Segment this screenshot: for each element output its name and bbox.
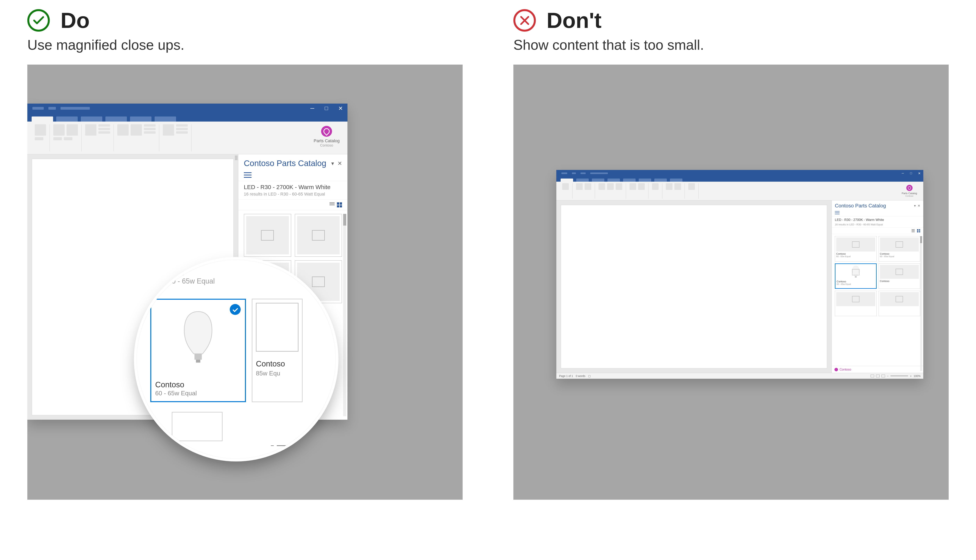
titlebar: ─ □ ✕	[556, 170, 923, 177]
zoom-out-icon[interactable]: −	[270, 442, 274, 449]
pane-title: Contoso Parts Catalog	[244, 158, 326, 168]
dont-subtitle: Show content that is too small.	[513, 37, 949, 53]
svg-rect-0	[194, 354, 202, 360]
do-example-stage: ─ □ ✕ Parts Ca	[27, 65, 463, 500]
ribbon-tab[interactable]	[576, 178, 589, 182]
catalog-card[interactable]: Contoso60 - 65w Equal	[835, 236, 877, 262]
zoom-value: 100%	[313, 442, 328, 449]
card-sub: 60 - 65w Equal	[837, 283, 875, 285]
card-name: Contoso	[155, 380, 184, 389]
zoom-value: 100%	[914, 375, 921, 378]
card-name: Contoso	[836, 252, 875, 255]
pane-close-button[interactable]: ✕	[918, 204, 920, 208]
zoom-in-icon[interactable]: +	[910, 375, 912, 378]
zoom-slider[interactable]	[891, 376, 908, 376]
svg-rect-1	[196, 360, 200, 363]
grid-view-icon[interactable]	[337, 202, 342, 207]
svg-rect-2	[855, 276, 856, 277]
ribbon-tab[interactable]	[105, 117, 127, 122]
pane-menu-button[interactable]: ▾	[331, 160, 334, 167]
ribbon-tab[interactable]	[654, 178, 667, 182]
selected-check-icon	[230, 304, 241, 315]
ribbon-tab[interactable]	[56, 117, 78, 122]
maximize-button[interactable]: □	[907, 170, 915, 177]
catalog-card[interactable]: Contoso	[879, 263, 920, 289]
catalog-card[interactable]	[244, 214, 291, 257]
ribbon-tab[interactable]	[592, 178, 604, 182]
catalog-card[interactable]	[879, 291, 920, 316]
ribbon-tab[interactable]	[561, 178, 573, 182]
view-mode-icon[interactable]	[871, 375, 874, 377]
lightbulb-product-image	[180, 309, 217, 363]
pane-scrollbar[interactable]	[920, 236, 922, 371]
addin-ribbon-button[interactable]: Parts Catalog Contoso	[898, 183, 921, 198]
card-sub: 60 - 65w Equal	[836, 255, 875, 258]
close-button[interactable]: ✕	[915, 170, 923, 177]
addin-publisher: Contoso	[314, 143, 340, 148]
ribbon-tab[interactable]	[81, 117, 102, 122]
ribbon-tab[interactable]	[623, 178, 636, 182]
list-view-icon[interactable]	[912, 229, 915, 232]
addin-publisher: Contoso	[902, 195, 917, 197]
catalog-card[interactable]: Contoso60 - 65w Equal	[879, 236, 920, 262]
addin-ribbon-button[interactable]: Parts Catalog Contoso	[310, 124, 344, 152]
card-name: Contoso	[880, 252, 919, 255]
ribbon-tab[interactable]	[155, 117, 176, 122]
grid-view-icon[interactable]	[917, 229, 920, 232]
minimize-button[interactable]: ─	[305, 103, 319, 113]
search-results-count: 16 results in LED - R30 - 60-65 Watt Equ…	[244, 192, 342, 197]
hamburger-icon[interactable]	[244, 172, 252, 178]
zoom-out-icon[interactable]: −	[887, 375, 889, 378]
footer-brand: Contoso	[839, 368, 851, 371]
magnifier-lens: itoso 60 - 65w Equal Contoso 60 - 65w Eq…	[137, 260, 336, 459]
document-page-area	[556, 200, 832, 373]
ribbon-tab[interactable]	[130, 117, 152, 122]
hamburger-icon[interactable]	[835, 211, 839, 214]
ribbon-tab[interactable]	[639, 178, 651, 182]
search-bar[interactable]: LED - R30 - 2700K - Warm White 16 result…	[239, 181, 347, 200]
pane-scrollbar[interactable]	[343, 214, 346, 416]
app-window: ─ □ ✕	[556, 170, 923, 379]
search-bar[interactable]: LED - R30 - 2700K - Warm White 16 result…	[832, 216, 923, 228]
addin-name: Parts Catalog	[314, 138, 340, 143]
catalog-card[interactable]	[295, 214, 342, 257]
zoom-in-icon[interactable]: +	[307, 442, 310, 449]
image-placeholder-icon	[256, 303, 299, 352]
card-sub: 60 - 65w Equal	[880, 255, 919, 258]
catalog-card[interactable]	[172, 412, 222, 441]
scroll-arrow-icon[interactable]	[235, 155, 238, 160]
proofing-icon[interactable]: ▢	[588, 375, 591, 378]
titlebar: ─ □ ✕	[27, 103, 347, 113]
ribbon-tab[interactable]	[32, 117, 53, 122]
card-name: Contoso	[256, 359, 299, 368]
search-query: LED - R30 - 2700K - Warm White	[835, 218, 920, 222]
catalog-card[interactable]: Contoso 85w Equ	[252, 299, 302, 402]
card-sub: 85w Equ	[256, 370, 299, 377]
zoom-control[interactable]: − + 100%	[270, 442, 328, 449]
close-button[interactable]: ✕	[334, 103, 347, 113]
pane-menu-button[interactable]: ▾	[914, 204, 916, 208]
selected-catalog-card[interactable]: Contoso 60 - 65w Equal	[150, 299, 246, 402]
ribbon: Parts Catalog Contoso	[27, 122, 347, 154]
view-mode-icon[interactable]	[876, 375, 879, 377]
task-pane: Contoso Parts Catalog ▾✕ LED - R30 - 270…	[832, 200, 923, 373]
catalog-card[interactable]	[835, 291, 877, 316]
pane-close-button[interactable]: ✕	[337, 160, 342, 167]
ribbon-tab[interactable]	[670, 178, 682, 182]
list-view-icon[interactable]	[329, 202, 335, 207]
minimize-button[interactable]: ─	[899, 170, 907, 177]
ribbon-tab[interactable]	[607, 178, 620, 182]
lightbulb-icon	[906, 185, 913, 191]
selected-catalog-card[interactable]: Contoso60 - 65w Equal	[835, 263, 877, 289]
pane-footer: Contoso	[832, 366, 923, 373]
dont-title: Don't	[547, 8, 602, 33]
ribbon-tabs	[556, 177, 923, 182]
view-mode-icon[interactable]	[881, 375, 885, 377]
maximize-button[interactable]: □	[319, 103, 334, 113]
status-bar: Page 1 of 1 0 words ▢ − + 100%	[556, 373, 923, 379]
zoom-slider[interactable]	[277, 445, 304, 446]
card-name: Contoso	[837, 280, 875, 283]
pane-title: Contoso Parts Catalog	[835, 203, 886, 209]
ribbon: Parts Catalog Contoso	[556, 182, 923, 200]
addin-name: Parts Catalog	[902, 192, 917, 195]
